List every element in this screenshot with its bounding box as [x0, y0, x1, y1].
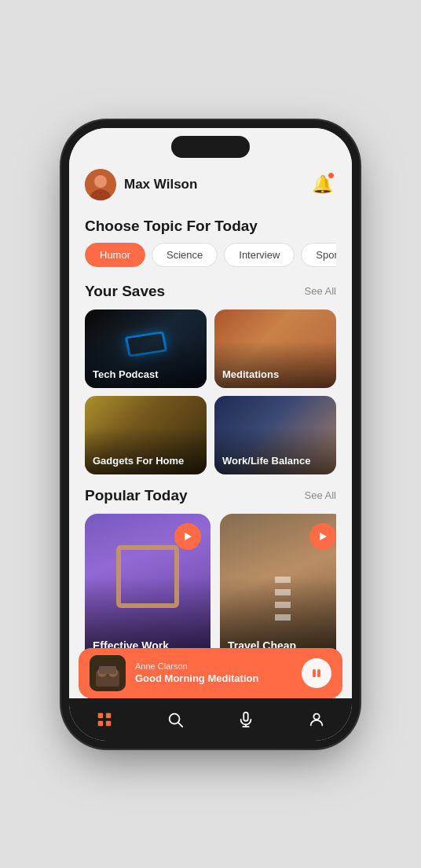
save-card-meditations[interactable]: Meditations [214, 309, 336, 388]
frame-decoration [116, 545, 179, 608]
svg-marker-3 [185, 533, 192, 540]
svg-rect-15 [106, 720, 111, 725]
nav-search[interactable] [159, 704, 191, 735]
now-playing-thumbnail [90, 655, 126, 691]
avatar[interactable] [85, 169, 116, 200]
now-playing-title: Good Morning Meditation [135, 672, 292, 684]
svg-rect-18 [243, 712, 248, 720]
now-playing-info: Anne Clarson Good Morning Meditation [135, 661, 292, 684]
play-button[interactable] [309, 523, 336, 550]
save-card-worklife[interactable]: Work/Life Balance [214, 396, 336, 474]
chip-sport[interactable]: Sport [301, 243, 336, 267]
popular-see-all[interactable]: See All [305, 489, 336, 501]
popular-header: Popular Today See All [85, 487, 336, 504]
pause-icon [310, 667, 323, 679]
pause-button[interactable] [302, 658, 331, 688]
phone-frame: Max Wilson 🔔 Choose Topic For Today Humo… [69, 128, 352, 741]
svg-rect-14 [98, 720, 103, 725]
saves-grid: Tech Podcast Meditations Gadgets For Hom… [85, 309, 336, 474]
save-card-label: Meditations [214, 362, 287, 388]
svg-rect-9 [99, 666, 116, 674]
search-icon [167, 711, 184, 728]
svg-rect-12 [98, 712, 103, 717]
save-card-label: Gadgets For Home [85, 449, 192, 474]
road-decoration [275, 577, 291, 624]
chip-humor[interactable]: Humor [85, 243, 145, 267]
popular-title: Popular Today [85, 487, 188, 504]
saves-section: Your Saves See All Tech Podcast Meditati… [69, 275, 352, 479]
svg-rect-10 [313, 669, 316, 677]
notification-dot [328, 172, 335, 179]
play-icon [317, 531, 328, 542]
play-button[interactable] [174, 523, 201, 550]
microphone-icon [237, 711, 254, 728]
home-icon [96, 711, 113, 728]
nav-home[interactable] [89, 704, 120, 735]
now-playing-bar[interactable]: Anne Clarson Good Morning Meditation [79, 648, 342, 698]
save-card-tech-podcast[interactable]: Tech Podcast [85, 309, 207, 388]
svg-rect-11 [317, 669, 320, 677]
chip-interview[interactable]: Interview [224, 243, 295, 267]
bottom-nav [69, 698, 352, 741]
svg-point-1 [94, 175, 107, 188]
svg-marker-4 [320, 533, 327, 540]
svg-line-17 [178, 723, 182, 727]
saves-see-all[interactable]: See All [305, 285, 336, 297]
now-playing-thumb-art [90, 655, 126, 691]
topics-scroll: Humor Science Interview Sport Personal [85, 243, 336, 270]
save-card-label: Tech Podcast [85, 362, 167, 388]
popular-card-travel-cheap[interactable]: Travel Cheap Max Wilson 55 Min [220, 514, 336, 671]
nav-microphone[interactable] [230, 704, 262, 735]
popular-card-effective-work[interactable]: Effective Work Joanne Nixon 48 Min [85, 514, 210, 671]
username: Max Wilson [124, 177, 197, 192]
saves-title: Your Saves [85, 283, 165, 300]
now-playing-artist: Anne Clarson [135, 661, 292, 671]
profile-icon [308, 711, 325, 728]
nav-profile[interactable] [301, 704, 332, 735]
topics-title: Choose Topic For Today [85, 218, 336, 235]
phone-notch [171, 136, 250, 158]
saves-header: Your Saves See All [85, 283, 336, 300]
avatar-row: Max Wilson [85, 169, 197, 200]
topics-section: Choose Topic For Today Humor Science Int… [69, 210, 352, 275]
save-card-label: Work/Life Balance [214, 449, 318, 474]
notification-button[interactable]: 🔔 [308, 170, 336, 199]
chip-science[interactable]: Science [152, 243, 218, 267]
svg-point-21 [313, 713, 319, 719]
save-card-gadgets[interactable]: Gadgets For Home [85, 396, 207, 474]
play-icon [182, 531, 193, 542]
svg-rect-13 [106, 712, 111, 717]
